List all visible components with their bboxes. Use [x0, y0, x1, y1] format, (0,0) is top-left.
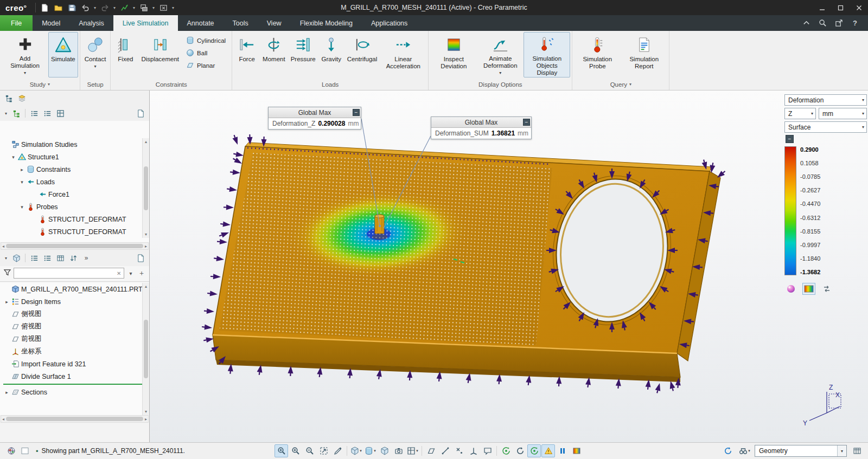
annotation-collapse-button[interactable]: −	[523, 119, 530, 126]
centrifugal-button[interactable]: Centrifugal	[344, 32, 380, 77]
ball-button[interactable]: Ball	[184, 48, 228, 58]
capture-button[interactable]	[392, 444, 405, 457]
inspect-deviation-button[interactable]: Inspect Deviation	[430, 32, 477, 77]
tree-item-coordinate-system[interactable]: 坐标系	[0, 345, 149, 358]
annotation-global-max-z[interactable]: Global Max − Deformation_Z 0.290028 mm	[268, 107, 361, 130]
customize-qat-caret[interactable]: ▾	[170, 5, 176, 10]
tab-model[interactable]: Model	[33, 15, 69, 31]
perspective-button[interactable]	[378, 444, 391, 457]
fringe-display-icon[interactable]	[802, 283, 815, 295]
layer-tree-icon[interactable]	[16, 92, 28, 104]
tree-list2-icon[interactable]	[41, 107, 53, 119]
contact-button[interactable]: Contact▾	[82, 32, 109, 77]
regenerate-button[interactable]	[118, 1, 131, 14]
display-style-button[interactable]: ▾	[363, 444, 377, 457]
csys-display-button[interactable]	[467, 444, 480, 457]
tab-live-simulation[interactable]: Live Simulation	[113, 15, 178, 31]
orient-mode-button[interactable]	[513, 444, 527, 457]
new-file-button[interactable]	[38, 1, 51, 14]
simulation-tree-horizontal-scrollbar[interactable]: ◂▸	[1, 242, 149, 250]
tree-item-probes[interactable]: ▾Probes	[0, 201, 149, 213]
tree-item-loads[interactable]: ▾Loads	[0, 176, 149, 188]
annotation-global-max-sum[interactable]: Global Max − Deformation_SUM 1.36821 mm	[431, 117, 532, 139]
force-button[interactable]: Force	[234, 32, 260, 77]
3d-viewport[interactable]: Z X Y Global Max − Deformation_Z 0.29002…	[150, 90, 868, 442]
refit-button[interactable]	[317, 444, 330, 457]
tree-columns-icon[interactable]	[54, 107, 66, 119]
save-button[interactable]	[65, 1, 78, 14]
shaded-result-icon[interactable]	[784, 283, 797, 295]
selection-table-icon[interactable]	[850, 444, 864, 457]
feature-tree-horizontal-scrollbar[interactable]: ◂▸	[1, 415, 149, 423]
tree-settings-doc-icon[interactable]	[135, 107, 146, 119]
pause-simulation-button[interactable]	[556, 444, 569, 457]
undo-dropdown-caret[interactable]: ▾	[92, 5, 98, 10]
tree-item-divide-surface[interactable]: Divide Surface 1	[0, 370, 149, 383]
close-window-button[interactable]	[157, 1, 170, 14]
annotation-collapse-button[interactable]: −	[353, 109, 360, 116]
open-file-button[interactable]	[52, 1, 65, 14]
point-display-button[interactable]	[452, 444, 466, 457]
unit-select[interactable]: mm▾	[819, 108, 867, 119]
tab-annotate[interactable]: Annotate	[178, 15, 224, 31]
zoom-in-button[interactable]	[289, 444, 302, 457]
zoom-window-button[interactable]	[275, 444, 288, 457]
tab-analysis[interactable]: Analysis	[69, 15, 113, 31]
filter-add-button[interactable]: ＋	[137, 268, 146, 278]
simulation-objects-display-button[interactable]: Simulation Objects Display	[524, 32, 570, 77]
share-icon[interactable]	[832, 17, 845, 30]
flip-results-icon[interactable]	[820, 283, 833, 295]
regenerate-status-button[interactable]	[721, 444, 735, 457]
group-label-query[interactable]: Query▾	[574, 79, 667, 90]
help-icon[interactable]: ?	[848, 17, 861, 30]
feature-settings-doc-icon[interactable]	[135, 252, 146, 264]
tree-item-force1[interactable]: Force1	[0, 188, 149, 201]
graphics-settings-button[interactable]: ▾	[406, 444, 419, 457]
windows-button[interactable]	[137, 1, 150, 14]
gravity-button[interactable]: Gravity	[318, 32, 344, 77]
feature-tree-selector-caret[interactable]: ▾	[3, 256, 9, 261]
component-select[interactable]: Z▾	[784, 108, 816, 119]
tree-show-icon[interactable]	[10, 107, 22, 119]
regenerate-dropdown-caret[interactable]: ▾	[131, 5, 137, 10]
tree-selector-caret[interactable]: ▾	[3, 111, 9, 116]
close-button[interactable]	[850, 0, 868, 15]
3d-model[interactable]	[213, 143, 720, 382]
displacement-button[interactable]: Displacement	[138, 32, 182, 77]
redo-button[interactable]	[98, 1, 111, 14]
zoom-out-button[interactable]	[303, 444, 316, 457]
add-simulation-button[interactable]: Add Simulation▾	[2, 32, 48, 77]
undo-button[interactable]	[79, 1, 92, 14]
fixed-button[interactable]: Fixed	[112, 32, 138, 77]
feature-sort-icon[interactable]	[67, 252, 79, 264]
annotation-display-button[interactable]	[481, 444, 494, 457]
tree-item-side-view-plane[interactable]: 侧视图	[0, 308, 149, 320]
feature-list2-icon[interactable]	[41, 252, 53, 264]
simulation-tree-vertical-scrollbar[interactable]: ▴▾	[142, 138, 149, 238]
feature-list-icon[interactable]	[28, 252, 40, 264]
minimize-ribbon-icon[interactable]	[800, 17, 813, 30]
simulation-probe-button[interactable]: Simulation Probe	[574, 32, 621, 77]
model-colors-icon[interactable]	[4, 444, 18, 457]
tree-item-design-items[interactable]: ▸Design Items	[0, 295, 149, 308]
selection-filter-select[interactable]: Geometry ▾	[755, 445, 847, 457]
model-tree-icon[interactable]	[3, 92, 15, 104]
moment-button[interactable]: Moment	[260, 32, 288, 77]
tree-item-constraints[interactable]: ▸Constraints	[0, 163, 149, 176]
minimize-button[interactable]	[813, 0, 831, 15]
tree-item-sections[interactable]: ▸Sections	[0, 386, 149, 398]
sim-warning-display-button[interactable]	[541, 444, 555, 457]
tree-list-icon[interactable]	[28, 107, 40, 119]
tree-item-import-feature[interactable]: Import Feature id 321	[0, 358, 149, 370]
tab-flexible-modeling[interactable]: Flexible Modeling	[291, 15, 362, 31]
insert-locator-line[interactable]	[3, 384, 146, 385]
repaint-button[interactable]	[331, 444, 344, 457]
animate-deformation-button[interactable]: Animate Deformation▾	[477, 32, 524, 77]
redo-dropdown-caret[interactable]: ▾	[112, 5, 117, 10]
feature-tree-box-icon[interactable]	[10, 252, 22, 264]
plane-display-button[interactable]	[424, 444, 438, 457]
linear-acceleration-button[interactable]: Linear Acceleration	[380, 32, 426, 77]
tree-item-probe-deformation-1[interactable]: STRUCTUT_DEFORMAT	[0, 213, 149, 225]
simulation-report-button[interactable]: Simulation Report	[621, 32, 667, 77]
active-window-icon[interactable]	[18, 444, 31, 457]
